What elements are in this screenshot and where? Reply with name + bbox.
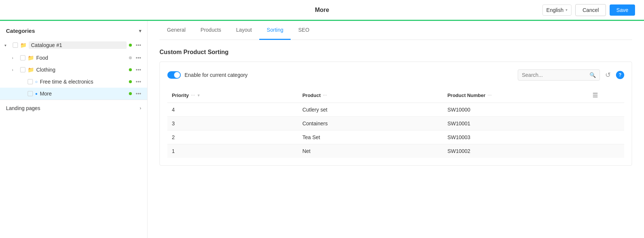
product-number-label: Product Number xyxy=(448,93,486,98)
sorting-table: Priority ··· ▾ Product ··· xyxy=(167,88,624,158)
tree-label-clothing: Clothing xyxy=(36,67,127,73)
column-options-icon[interactable]: ··· xyxy=(191,93,195,97)
app-header: More English ▾ Cancel Save xyxy=(0,0,644,21)
circle-filled-icon: ● xyxy=(35,91,38,96)
cell-priority: 4 xyxy=(167,103,298,117)
table-row: 3 Containers SW10001 xyxy=(167,117,624,131)
th-actions: ☰ xyxy=(588,88,624,103)
table-row: 4 Cutlery set SW10000 xyxy=(167,103,624,117)
categories-label: Categories xyxy=(6,28,35,34)
cell-product-number: SW10001 xyxy=(443,117,588,131)
tree-item-more[interactable]: ● More ••• xyxy=(0,88,147,100)
cell-priority: 1 xyxy=(167,144,298,158)
folder-icon: 📁 xyxy=(28,55,34,61)
chevron-down-icon: ▾ xyxy=(566,8,567,12)
tree-item-food[interactable]: › 📁 Food ••• xyxy=(0,52,147,64)
chevron-right-icon: › xyxy=(140,106,141,111)
save-button[interactable]: Save xyxy=(610,4,635,16)
status-dot-green xyxy=(129,80,132,83)
cell-product-number: SW10000 xyxy=(443,103,588,117)
cell-action xyxy=(588,131,624,144)
more-options-icon[interactable]: ••• xyxy=(134,67,143,73)
tree-label-more: More xyxy=(40,91,127,97)
tab-layout[interactable]: Layout xyxy=(229,21,259,40)
enable-label: Enable for current category xyxy=(185,72,248,78)
search-icon: 🔍 xyxy=(589,72,596,78)
tree-label-catalogue1: Catalogue #1 xyxy=(29,41,127,49)
column-options-icon[interactable]: ··· xyxy=(323,93,327,97)
section-title: Custom Product Sorting xyxy=(160,49,632,56)
tab-sorting[interactable]: Sorting xyxy=(259,21,291,40)
tab-general[interactable]: General xyxy=(160,21,193,40)
tree-item-free-time[interactable]: ○ Free time & electronics ••• xyxy=(0,76,147,88)
tab-bar: General Products Layout Sorting SEO xyxy=(160,21,632,40)
status-dot-green xyxy=(129,68,132,71)
landing-pages-section[interactable]: Landing pages › xyxy=(0,100,147,116)
refresh-button[interactable]: ↺ xyxy=(604,69,612,81)
language-label: English xyxy=(547,7,564,13)
tree-item-catalogue1[interactable]: ▾ 📁 Catalogue #1 ••• xyxy=(0,38,147,52)
cell-action xyxy=(588,103,624,117)
th-product-number: Product Number ··· xyxy=(443,88,588,103)
cell-product-number: SW10003 xyxy=(443,131,588,144)
header-controls: English ▾ Cancel Save xyxy=(542,4,635,16)
cell-action xyxy=(588,144,624,158)
priority-label: Priority xyxy=(172,93,189,98)
language-selector[interactable]: English ▾ xyxy=(542,4,572,16)
folder-icon: 📁 xyxy=(20,42,27,48)
sort-arrow-icon[interactable]: ▾ xyxy=(198,93,199,97)
table-row: 2 Tea Set SW10003 xyxy=(167,131,624,144)
tab-seo[interactable]: SEO xyxy=(291,21,317,40)
sorting-box: Enable for current category 🔍 ↺ ? xyxy=(160,62,632,166)
cell-action xyxy=(588,117,624,131)
expand-icon[interactable]: ▾ xyxy=(4,43,10,47)
more-options-icon[interactable]: ••• xyxy=(134,42,143,48)
help-button[interactable]: ? xyxy=(616,71,624,79)
toggle-group: Enable for current category xyxy=(167,71,248,79)
th-product: Product ··· xyxy=(298,88,443,103)
tree-item-clothing[interactable]: › 📁 Clothing ••• xyxy=(0,64,147,76)
table-menu-icon[interactable]: ☰ xyxy=(592,92,598,98)
cell-product: Net xyxy=(298,144,443,158)
tree-label-free-time: Free time & electronics xyxy=(40,79,127,85)
table-row: 1 Net SW10002 xyxy=(167,144,624,158)
expand-icon[interactable]: › xyxy=(12,56,18,60)
enable-toggle[interactable] xyxy=(167,71,181,79)
checkbox-catalogue1[interactable] xyxy=(13,43,18,48)
search-box: 🔍 xyxy=(518,69,600,81)
th-priority: Priority ··· ▾ xyxy=(167,88,298,103)
cell-priority: 2 xyxy=(167,131,298,144)
search-input[interactable] xyxy=(522,72,589,78)
sorting-controls: Enable for current category 🔍 ↺ ? xyxy=(167,69,624,81)
cell-product: Cutlery set xyxy=(298,103,443,117)
page-title: More xyxy=(315,7,329,13)
checkbox-free-time[interactable] xyxy=(28,79,33,84)
sidebar: Categories ▾ ▾ 📁 Catalogue #1 ••• › 📁 Fo… xyxy=(0,21,148,238)
tree-label-food: Food xyxy=(36,55,127,61)
chevron-down-icon[interactable]: ▾ xyxy=(139,28,141,34)
checkbox-food[interactable] xyxy=(20,55,25,60)
tab-products[interactable]: Products xyxy=(193,21,229,40)
folder-icon: 📁 xyxy=(28,67,34,73)
product-label: Product xyxy=(302,93,321,98)
categories-header: Categories ▾ xyxy=(0,21,147,38)
checkbox-clothing[interactable] xyxy=(20,67,25,72)
cell-priority: 3 xyxy=(167,117,298,131)
checkbox-more[interactable] xyxy=(28,91,33,96)
content-area: General Products Layout Sorting SEO Cust… xyxy=(148,21,644,238)
status-dot-green xyxy=(129,44,132,47)
cell-product: Tea Set xyxy=(298,131,443,144)
landing-pages-label: Landing pages xyxy=(6,105,40,111)
status-dot-green xyxy=(129,92,132,95)
circle-icon: ○ xyxy=(35,79,38,84)
more-options-icon[interactable]: ••• xyxy=(134,79,143,85)
more-options-icon[interactable]: ••• xyxy=(134,55,143,61)
cancel-button[interactable]: Cancel xyxy=(575,4,606,16)
main-layout: Categories ▾ ▾ 📁 Catalogue #1 ••• › 📁 Fo… xyxy=(0,21,644,238)
expand-icon[interactable]: › xyxy=(12,68,18,72)
cell-product: Containers xyxy=(298,117,443,131)
search-actions: 🔍 ↺ ? xyxy=(518,69,624,81)
column-options-icon[interactable]: ··· xyxy=(488,93,492,97)
more-options-icon[interactable]: ••• xyxy=(134,91,143,97)
status-dot-gray xyxy=(129,56,132,59)
